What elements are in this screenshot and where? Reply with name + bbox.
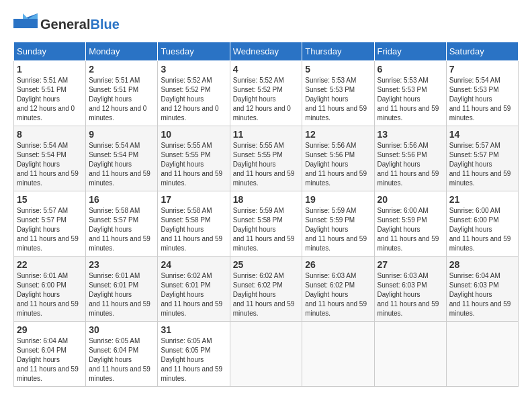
day-info: Sunrise: 5:55 AMSunset: 5:55 PMDaylight … bbox=[161, 142, 222, 187]
day-info: Sunrise: 5:53 AMSunset: 5:53 PMDaylight … bbox=[305, 77, 367, 122]
weekday-header-row: SundayMondayTuesdayWednesdayThursdayFrid… bbox=[14, 42, 519, 61]
day-cell-16: 16 Sunrise: 5:58 AMSunset: 5:57 PMDaylig… bbox=[86, 191, 158, 257]
day-number: 8 bbox=[17, 129, 83, 140]
day-info: Sunrise: 5:51 AMSunset: 5:51 PMDaylight … bbox=[89, 77, 146, 122]
day-info: Sunrise: 6:03 AMSunset: 6:03 PMDaylight … bbox=[378, 272, 439, 317]
day-number: 29 bbox=[17, 324, 83, 335]
day-cell-8: 8 Sunrise: 5:54 AMSunset: 5:54 PMDayligh… bbox=[14, 126, 86, 191]
day-cell-9: 9 Sunrise: 5:54 AMSunset: 5:54 PMDayligh… bbox=[86, 126, 158, 191]
weekday-header-saturday: Saturday bbox=[446, 42, 518, 61]
weekday-header-wednesday: Wednesday bbox=[230, 42, 302, 61]
day-number: 10 bbox=[161, 129, 226, 140]
empty-cell bbox=[302, 322, 374, 387]
day-number: 9 bbox=[89, 129, 154, 140]
day-info: Sunrise: 5:57 AMSunset: 5:57 PMDaylight … bbox=[17, 207, 79, 252]
calendar-body: 1 Sunrise: 5:51 AMSunset: 5:51 PMDayligh… bbox=[14, 61, 519, 387]
day-info: Sunrise: 5:51 AMSunset: 5:51 PMDaylight … bbox=[17, 77, 75, 122]
empty-cell bbox=[230, 322, 302, 387]
day-info: Sunrise: 6:01 AMSunset: 6:01 PMDaylight … bbox=[89, 272, 150, 317]
day-number: 27 bbox=[378, 259, 443, 270]
day-cell-18: 18 Sunrise: 5:59 AMSunset: 5:58 PMDaylig… bbox=[230, 191, 302, 257]
day-cell-12: 12 Sunrise: 5:56 AMSunset: 5:56 PMDaylig… bbox=[302, 126, 374, 191]
empty-cell bbox=[446, 322, 518, 387]
day-number: 2 bbox=[89, 64, 154, 75]
day-info: Sunrise: 5:53 AMSunset: 5:53 PMDaylight … bbox=[378, 77, 439, 122]
day-info: Sunrise: 5:59 AMSunset: 5:59 PMDaylight … bbox=[305, 207, 367, 252]
day-cell-4: 4 Sunrise: 5:52 AMSunset: 5:52 PMDayligh… bbox=[230, 61, 302, 126]
day-info: Sunrise: 5:57 AMSunset: 5:57 PMDaylight … bbox=[449, 142, 511, 187]
logo-text: GeneralBlue bbox=[40, 17, 120, 32]
day-info: Sunrise: 5:55 AMSunset: 5:55 PMDaylight … bbox=[233, 142, 295, 187]
week-row-4: 22 Sunrise: 6:01 AMSunset: 6:00 PMDaylig… bbox=[14, 257, 519, 322]
day-cell-13: 13 Sunrise: 5:56 AMSunset: 5:56 PMDaylig… bbox=[374, 126, 446, 191]
day-cell-15: 15 Sunrise: 5:57 AMSunset: 5:57 PMDaylig… bbox=[14, 191, 86, 257]
weekday-header-monday: Monday bbox=[86, 42, 158, 61]
day-cell-7: 7 Sunrise: 5:54 AMSunset: 5:53 PMDayligh… bbox=[446, 61, 518, 126]
day-cell-19: 19 Sunrise: 5:59 AMSunset: 5:59 PMDaylig… bbox=[302, 191, 374, 257]
day-cell-14: 14 Sunrise: 5:57 AMSunset: 5:57 PMDaylig… bbox=[446, 126, 518, 191]
day-number: 22 bbox=[17, 259, 83, 270]
week-row-1: 1 Sunrise: 5:51 AMSunset: 5:51 PMDayligh… bbox=[14, 61, 519, 126]
day-number: 17 bbox=[161, 194, 226, 205]
day-cell-20: 20 Sunrise: 6:00 AMSunset: 5:59 PMDaylig… bbox=[374, 191, 446, 257]
day-number: 23 bbox=[89, 259, 154, 270]
day-info: Sunrise: 5:56 AMSunset: 5:56 PMDaylight … bbox=[305, 142, 367, 187]
logo-icon bbox=[13, 13, 38, 35]
weekday-header-tuesday: Tuesday bbox=[158, 42, 230, 61]
day-info: Sunrise: 6:00 AMSunset: 5:59 PMDaylight … bbox=[378, 207, 439, 252]
day-number: 16 bbox=[89, 194, 154, 205]
week-row-3: 15 Sunrise: 5:57 AMSunset: 5:57 PMDaylig… bbox=[14, 191, 519, 257]
day-info: Sunrise: 5:52 AMSunset: 5:52 PMDaylight … bbox=[161, 77, 218, 122]
day-info: Sunrise: 5:59 AMSunset: 5:58 PMDaylight … bbox=[233, 207, 295, 252]
day-number: 18 bbox=[233, 194, 300, 205]
day-cell-24: 24 Sunrise: 6:02 AMSunset: 6:01 PMDaylig… bbox=[158, 257, 230, 322]
logo: GeneralBlue bbox=[13, 13, 120, 35]
day-number: 13 bbox=[378, 129, 443, 140]
day-cell-11: 11 Sunrise: 5:55 AMSunset: 5:55 PMDaylig… bbox=[230, 126, 302, 191]
day-number: 7 bbox=[449, 64, 515, 75]
day-cell-1: 1 Sunrise: 5:51 AMSunset: 5:51 PMDayligh… bbox=[14, 61, 86, 126]
day-cell-2: 2 Sunrise: 5:51 AMSunset: 5:51 PMDayligh… bbox=[86, 61, 158, 126]
day-info: Sunrise: 5:54 AMSunset: 5:53 PMDaylight … bbox=[449, 77, 511, 122]
day-cell-29: 29 Sunrise: 6:04 AMSunset: 6:04 PMDaylig… bbox=[14, 322, 86, 387]
day-number: 20 bbox=[378, 194, 443, 205]
day-cell-21: 21 Sunrise: 6:00 AMSunset: 6:00 PMDaylig… bbox=[446, 191, 518, 257]
day-info: Sunrise: 6:05 AMSunset: 6:04 PMDaylight … bbox=[89, 337, 150, 382]
day-number: 3 bbox=[161, 64, 226, 75]
day-number: 6 bbox=[378, 64, 443, 75]
weekday-header-friday: Friday bbox=[374, 42, 446, 61]
day-cell-5: 5 Sunrise: 5:53 AMSunset: 5:53 PMDayligh… bbox=[302, 61, 374, 126]
day-number: 24 bbox=[161, 259, 226, 270]
day-number: 26 bbox=[305, 259, 371, 270]
day-info: Sunrise: 6:04 AMSunset: 6:03 PMDaylight … bbox=[449, 272, 511, 317]
day-number: 31 bbox=[161, 324, 226, 335]
day-info: Sunrise: 6:03 AMSunset: 6:02 PMDaylight … bbox=[305, 272, 367, 317]
day-cell-30: 30 Sunrise: 6:05 AMSunset: 6:04 PMDaylig… bbox=[86, 322, 158, 387]
day-info: Sunrise: 5:58 AMSunset: 5:58 PMDaylight … bbox=[161, 207, 222, 252]
day-info: Sunrise: 5:56 AMSunset: 5:56 PMDaylight … bbox=[378, 142, 439, 187]
day-cell-6: 6 Sunrise: 5:53 AMSunset: 5:53 PMDayligh… bbox=[374, 61, 446, 126]
calendar-table: SundayMondayTuesdayWednesdayThursdayFrid… bbox=[13, 42, 519, 387]
svg-marker-2 bbox=[23, 13, 28, 19]
day-info: Sunrise: 6:00 AMSunset: 6:00 PMDaylight … bbox=[449, 207, 511, 252]
day-number: 30 bbox=[89, 324, 154, 335]
day-cell-23: 23 Sunrise: 6:01 AMSunset: 6:01 PMDaylig… bbox=[86, 257, 158, 322]
day-info: Sunrise: 5:52 AMSunset: 5:52 PMDaylight … bbox=[233, 77, 291, 122]
day-info: Sunrise: 5:58 AMSunset: 5:57 PMDaylight … bbox=[89, 207, 150, 252]
day-cell-27: 27 Sunrise: 6:03 AMSunset: 6:03 PMDaylig… bbox=[374, 257, 446, 322]
week-row-5: 29 Sunrise: 6:04 AMSunset: 6:04 PMDaylig… bbox=[14, 322, 519, 387]
day-info: Sunrise: 6:01 AMSunset: 6:00 PMDaylight … bbox=[17, 272, 79, 317]
day-cell-25: 25 Sunrise: 6:02 AMSunset: 6:02 PMDaylig… bbox=[230, 257, 302, 322]
weekday-header-sunday: Sunday bbox=[14, 42, 86, 61]
day-cell-31: 31 Sunrise: 6:05 AMSunset: 6:05 PMDaylig… bbox=[158, 322, 230, 387]
day-info: Sunrise: 5:54 AMSunset: 5:54 PMDaylight … bbox=[17, 142, 79, 187]
day-info: Sunrise: 6:04 AMSunset: 6:04 PMDaylight … bbox=[17, 337, 79, 382]
day-cell-28: 28 Sunrise: 6:04 AMSunset: 6:03 PMDaylig… bbox=[446, 257, 518, 322]
day-cell-26: 26 Sunrise: 6:03 AMSunset: 6:02 PMDaylig… bbox=[302, 257, 374, 322]
day-info: Sunrise: 6:02 AMSunset: 6:02 PMDaylight … bbox=[233, 272, 295, 317]
page-header: GeneralBlue bbox=[13, 13, 519, 35]
day-cell-22: 22 Sunrise: 6:01 AMSunset: 6:00 PMDaylig… bbox=[14, 257, 86, 322]
day-number: 28 bbox=[449, 259, 515, 270]
weekday-header-thursday: Thursday bbox=[302, 42, 374, 61]
day-cell-17: 17 Sunrise: 5:58 AMSunset: 5:58 PMDaylig… bbox=[158, 191, 230, 257]
